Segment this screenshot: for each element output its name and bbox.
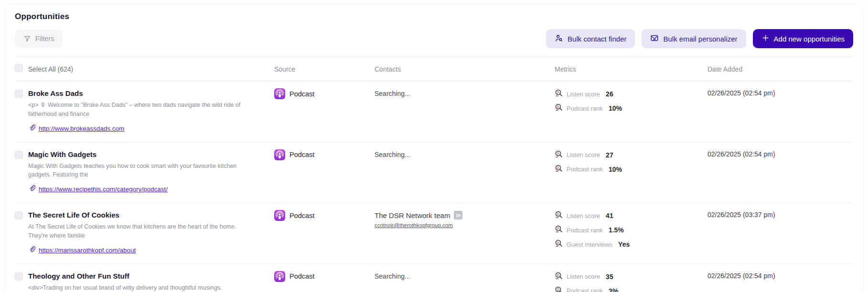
metric-podcast-rank: Podcast rank 3% <box>555 286 707 292</box>
date-added: 02/26/2025 (02:54 pm) <box>707 272 853 280</box>
opportunity-title[interactable]: Magic With Gadgets <box>28 150 274 158</box>
column-header-contacts: Contacts <box>375 65 555 73</box>
row-checkbox[interactable] <box>15 90 23 98</box>
link-icon <box>28 124 35 133</box>
add-new-opportunities-button[interactable]: Add new opportunities <box>753 29 853 48</box>
podcast-icon <box>274 88 285 99</box>
row-checkbox[interactable] <box>15 272 23 281</box>
podcast-icon <box>274 210 285 221</box>
metric-listen-score: Listen score 41 <box>555 210 707 221</box>
opportunity-description: <div>Trading on her usual brand of witty… <box>28 283 241 292</box>
podcast-search-icon <box>555 210 563 221</box>
date-added: 02/26/2025 (02:54 pm) <box>707 89 853 97</box>
opportunity-url[interactable]: https://www.recipethis.com/category/podc… <box>39 186 168 193</box>
bulk-email-personalizer-label: Bulk email personalizer <box>663 35 737 43</box>
podcast-search-icon <box>555 286 563 292</box>
link-icon <box>28 246 35 255</box>
column-header-metrics: Metrics <box>555 65 707 73</box>
source-label: Podcast <box>289 90 314 98</box>
opportunity-url[interactable]: https://marissarothkopf.com/about <box>39 247 136 254</box>
toolbar-actions: Bulk contact finder Bulk email personali… <box>546 29 853 48</box>
opportunity-description: <p> 🎙 Welcome to "Broke Ass Dads" – wher… <box>28 101 241 119</box>
column-header-date-added: Date Added <box>707 65 853 73</box>
metric-listen-score: Listen score 35 <box>555 271 707 282</box>
podcast-icon <box>274 149 285 160</box>
opportunities-table: Select All (624) Source Contacts Metrics… <box>15 57 853 292</box>
contact-email[interactable]: ccotnoir@therothkopfgroup.com <box>375 222 453 228</box>
opportunities-panel: Opportunities Filters Bulk contact finde… <box>5 4 863 292</box>
contact-name: The DSR Network team <box>375 211 450 219</box>
metric-podcast-rank: Podcast rank 10% <box>555 164 707 175</box>
source-label: Podcast <box>289 151 314 158</box>
linkedin-icon[interactable]: in <box>454 211 462 219</box>
person-search-icon <box>555 34 563 44</box>
bulk-contact-finder-label: Bulk contact finder <box>568 35 626 43</box>
select-all-label: Select All (624) <box>28 65 274 73</box>
email-check-icon <box>650 34 659 44</box>
opportunity-description: Magic With Gadgets teaches you how to co… <box>28 162 241 180</box>
metric-listen-score: Listen score 27 <box>555 150 707 160</box>
page-title: Opportunities <box>15 12 853 21</box>
plus-icon <box>761 34 770 43</box>
link-icon <box>28 185 35 194</box>
metric-listen-score: Listen score 26 <box>555 89 707 99</box>
podcast-search-icon <box>555 89 563 99</box>
table-row: The Secret Life Of Cookies At The Secret… <box>15 203 853 264</box>
metric-podcast-rank: Podcast rank 10% <box>555 103 707 114</box>
contact-status: Searching... <box>375 90 410 97</box>
filters-label: Filters <box>35 35 54 42</box>
podcast-search-icon <box>555 239 563 250</box>
source-label: Podcast <box>289 212 314 219</box>
date-added: 02/26/2025 (02:54 pm) <box>707 150 853 158</box>
filter-funnel-icon <box>23 35 31 42</box>
column-header-source: Source <box>274 65 375 73</box>
opportunity-url[interactable]: http://www.brokeassdads.com <box>39 125 124 132</box>
select-all-checkbox[interactable] <box>15 64 23 72</box>
date-added: 02/26/2025 (03:37 pm) <box>707 211 853 219</box>
table-row: Magic With Gadgets Magic With Gadgets te… <box>15 142 853 203</box>
podcast-search-icon <box>555 164 563 175</box>
opportunity-title[interactable]: Theology and Other Fun Stuff <box>28 272 274 280</box>
table-row: Broke Ass Dads <p> 🎙 Welcome to "Broke A… <box>15 81 853 142</box>
contact-status: Searching... <box>375 151 410 158</box>
opportunity-description: At The Secret Life of Cookies we know th… <box>28 222 241 240</box>
podcast-search-icon <box>555 271 563 282</box>
metric-podcast-rank: Podcast rank 1.5% <box>555 225 707 235</box>
row-checkbox[interactable] <box>15 211 23 219</box>
opportunity-title[interactable]: The Secret Life Of Cookies <box>28 211 274 219</box>
bulk-email-personalizer-button[interactable]: Bulk email personalizer <box>642 29 746 48</box>
table-header: Select All (624) Source Contacts Metrics… <box>15 57 853 81</box>
podcast-search-icon <box>555 225 563 235</box>
bulk-contact-finder-button[interactable]: Bulk contact finder <box>546 29 635 48</box>
contact-status: Searching... <box>375 272 410 280</box>
podcast-icon <box>274 271 285 282</box>
filters-button[interactable]: Filters <box>15 30 63 48</box>
metric-guest-interviews: Guest interviews Yes <box>555 239 707 250</box>
podcast-search-icon <box>555 103 563 114</box>
table-row: Theology and Other Fun Stuff <div>Tradin… <box>15 264 853 292</box>
add-new-opportunities-label: Add new opportunities <box>774 35 845 43</box>
podcast-search-icon <box>555 150 563 160</box>
source-label: Podcast <box>289 272 314 280</box>
opportunity-title[interactable]: Broke Ass Dads <box>28 89 274 97</box>
row-checkbox[interactable] <box>15 151 23 159</box>
toolbar: Filters Bulk contact finder <box>15 29 853 48</box>
